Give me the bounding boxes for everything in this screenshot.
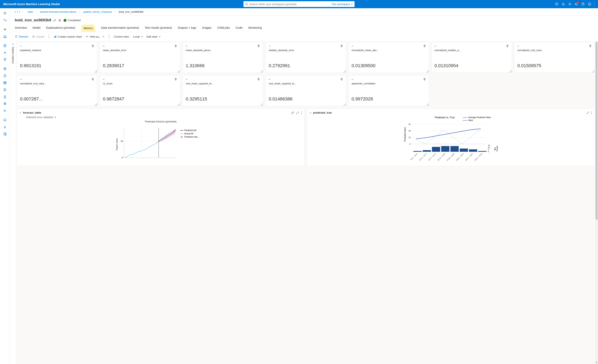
compute-icon[interactable]: [2, 117, 8, 123]
drag-handle-icon[interactable]: ═: [103, 78, 104, 81]
tab-data-transformation[interactable]: Data transformation (preview): [101, 24, 139, 32]
linked-icon[interactable]: [2, 131, 8, 137]
datastores-icon[interactable]: [2, 124, 8, 130]
svg-rect-73: [460, 148, 468, 152]
drag-handle-icon[interactable]: ═: [434, 45, 436, 47]
refresh-button[interactable]: Refresh: [15, 35, 28, 38]
view-as-dropdown[interactable]: View as...: [85, 35, 104, 38]
breadcrumb-link[interactable]: Jobs: [27, 10, 33, 13]
back-icon[interactable]: [2, 17, 8, 24]
more-icon[interactable]: [591, 111, 592, 114]
delete-icon[interactable]: [340, 45, 343, 47]
delete-icon[interactable]: [589, 45, 592, 47]
delete-icon[interactable]: [257, 45, 260, 47]
svg-point-45: [591, 111, 592, 112]
delete-icon[interactable]: [340, 78, 343, 81]
scroll-down-icon[interactable]: ▼: [595, 361, 598, 364]
select-metrics-panel-toggle[interactable]: » Select metrics: [10, 41, 16, 364]
search-scope-dropdown[interactable]: This workspace: [332, 3, 353, 6]
drag-handle-icon[interactable]: ═: [103, 45, 104, 47]
drag-handle-icon[interactable]: ═: [20, 78, 21, 81]
drag-handle-icon[interactable]: ═: [269, 78, 270, 81]
drag-handle-icon[interactable]: ═: [310, 112, 311, 114]
hamburger-icon[interactable]: [2, 10, 8, 16]
tab-child-jobs[interactable]: Child jobs: [217, 24, 230, 32]
delete-icon[interactable]: [423, 78, 426, 81]
svg-rect-69: [423, 150, 431, 152]
drag-handle-icon[interactable]: ═: [269, 45, 270, 47]
breadcrumb-collapsed-icon[interactable]: • • •: [15, 10, 20, 14]
endpoints-icon[interactable]: [2, 107, 8, 114]
breadcrumb-link[interactable]: automl-forecast-function-demo: [40, 10, 76, 13]
clock-icon[interactable]: [555, 2, 558, 6]
breadcrumb-link[interactable]: patient_horse_r7yrpsxw: [83, 10, 112, 13]
delete-icon[interactable]: [91, 45, 94, 47]
svg-text:0: 0: [409, 143, 410, 145]
pipelines-icon[interactable]: [2, 87, 8, 93]
star-icon[interactable]: [58, 19, 61, 22]
data-icon[interactable]: [2, 65, 8, 72]
drag-handle-icon[interactable]: ═: [517, 45, 519, 47]
edit-view-dropdown[interactable]: Edit view: [147, 35, 161, 38]
metric-name: median_absolute_error: [269, 49, 343, 52]
smile-icon[interactable]: [588, 2, 591, 6]
tab-explanations[interactable]: Explanations (preview): [46, 24, 75, 32]
bell-icon[interactable]: [562, 2, 565, 6]
tab-outputs[interactable]: Outputs + logs: [178, 24, 196, 32]
drag-handle-icon[interactable]: ═: [186, 78, 187, 81]
drag-handle-icon[interactable]: ═: [352, 45, 353, 47]
svg-text:0: 0: [122, 156, 123, 159]
svg-text:Count: Count: [496, 146, 498, 151]
delete-icon[interactable]: [174, 45, 177, 47]
notification-badge: 1: [577, 1, 579, 4]
edit-icon[interactable]: [291, 111, 294, 114]
plus-icon[interactable]: [2, 26, 8, 33]
metric-value: 0.9913191: [20, 63, 94, 68]
svg-rect-71: [441, 146, 449, 152]
edit-icon[interactable]: [53, 19, 56, 22]
tab-overview[interactable]: Overview: [15, 24, 27, 32]
notebook-icon[interactable]: [2, 42, 8, 49]
delete-icon[interactable]: [91, 78, 94, 81]
delete-icon[interactable]: [257, 78, 260, 81]
megaphone-icon[interactable]: 1: [575, 2, 578, 6]
tab-test-results[interactable]: Test results (preview): [145, 24, 172, 32]
designer-icon[interactable]: [2, 56, 8, 63]
title-row: bold_iron_wx9693b9 ✓ Completed: [10, 16, 598, 24]
jobs-icon[interactable]: [2, 73, 8, 79]
expand-icon[interactable]: [586, 111, 589, 114]
tab-metrics[interactable]: Metrics: [81, 24, 95, 32]
help-icon[interactable]: [581, 2, 585, 6]
expand-icon[interactable]: [296, 111, 299, 114]
models-icon[interactable]: [2, 100, 8, 107]
svg-point-12: [4, 68, 6, 68]
automl-icon[interactable]: [2, 49, 8, 56]
components-icon[interactable]: [2, 80, 8, 86]
search-input[interactable]: [249, 3, 332, 6]
more-icon[interactable]: [301, 111, 302, 114]
delete-icon[interactable]: [506, 45, 509, 47]
search-box[interactable]: This workspace: [243, 1, 355, 7]
scrollbar-thumb[interactable]: [596, 42, 598, 220]
breadcrumb: • • • 〉 Jobs 〉 automl-forecast-function-…: [10, 8, 598, 16]
tab-model[interactable]: Model: [33, 24, 40, 32]
current-view-dropdown[interactable]: Local: [133, 35, 143, 38]
scrollbar[interactable]: ▼: [595, 41, 598, 364]
metrics-scroll-area[interactable]: ═ explained_variance 0.9913191 ═ mean_ab…: [16, 41, 598, 364]
delete-icon[interactable]: [423, 45, 426, 47]
home-icon[interactable]: [2, 33, 8, 40]
metric-value: 0.9872847: [103, 96, 177, 102]
tab-code[interactable]: Code: [236, 24, 242, 32]
gear-icon[interactable]: [568, 2, 572, 6]
drag-handle-icon[interactable]: ═: [20, 45, 21, 47]
drag-handle-icon[interactable]: ═: [19, 112, 21, 114]
delete-icon[interactable]: [174, 78, 177, 81]
svg-text:Prediction inte...: Prediction inte...: [184, 136, 199, 138]
drag-handle-icon[interactable]: ═: [186, 45, 187, 47]
create-chart-button[interactable]: Create custom chart: [54, 35, 82, 38]
tab-monitoring[interactable]: Monitoring: [248, 24, 262, 32]
environments-icon[interactable]: [2, 93, 8, 100]
tab-images[interactable]: Images: [202, 24, 212, 32]
drag-handle-icon[interactable]: ═: [352, 78, 353, 81]
metric-card: ═ root_mean_squared_er... 0.3295115: [183, 75, 263, 106]
